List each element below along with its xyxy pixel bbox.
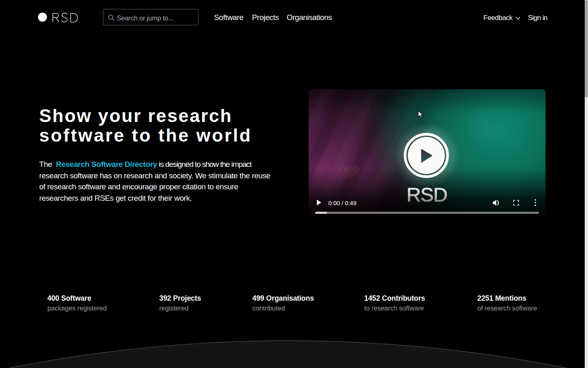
svg-text:S: S: [420, 186, 434, 205]
svg-text:R: R: [406, 186, 421, 205]
svg-text:D: D: [433, 186, 448, 205]
